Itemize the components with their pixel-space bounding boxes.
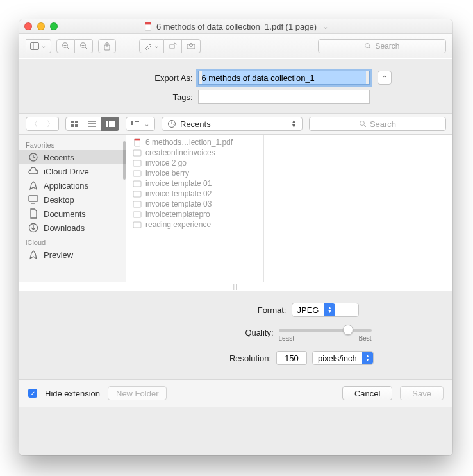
list-view-button[interactable] <box>83 117 101 131</box>
svg-rect-51 <box>133 201 141 207</box>
export-dialog-window: 6 methods of data collection_1.pdf (1 pa… <box>19 19 452 455</box>
back-button[interactable]: 〈 <box>26 117 42 131</box>
svg-rect-40 <box>29 196 38 201</box>
chevron-up-icon: ⌃ <box>382 74 387 81</box>
resolution-label: Resolution: <box>98 353 271 363</box>
clock-icon <box>167 119 176 128</box>
expand-browser-button[interactable]: ⌃ <box>378 71 392 85</box>
svg-rect-46 <box>133 150 141 156</box>
file-row[interactable]: invoice template 03 <box>126 199 263 209</box>
sidebar-item-icloud[interactable]: iCloud Drive <box>19 164 126 178</box>
save-button[interactable]: Save <box>400 386 444 400</box>
window-title-text: 6 methods of data collection_1.pdf (1 pa… <box>156 22 317 31</box>
pdf-icon <box>144 22 153 31</box>
svg-rect-25 <box>106 121 108 127</box>
svg-rect-53 <box>133 222 141 228</box>
sidebar-item-desktop[interactable]: Desktop <box>19 192 126 207</box>
pdf-icon <box>133 138 142 147</box>
file-label: 6 methods…lection_1.pdf <box>145 138 233 147</box>
cancel-button[interactable]: Cancel <box>342 386 392 400</box>
file-row[interactable]: invoice berry <box>126 168 263 178</box>
folder-icon <box>133 210 142 219</box>
resize-handle[interactable]: || <box>19 282 452 291</box>
slider-thumb[interactable] <box>343 325 353 335</box>
svg-line-34 <box>172 124 174 124</box>
svg-point-16 <box>365 43 370 47</box>
folder-icon <box>133 220 142 229</box>
svg-rect-29 <box>131 123 133 125</box>
icon-view-button[interactable] <box>65 117 83 131</box>
markup-button[interactable]: ⌄ <box>139 39 164 53</box>
svg-point-35 <box>360 121 364 126</box>
file-label: invoice template 01 <box>145 179 212 188</box>
svg-rect-2 <box>31 42 39 49</box>
svg-rect-26 <box>109 121 112 127</box>
resolution-input[interactable] <box>276 351 307 365</box>
location-popup[interactable]: Recents ▲▼ <box>162 117 303 131</box>
arrange-button[interactable]: ⌄ <box>126 117 155 131</box>
svg-line-39 <box>33 157 35 158</box>
file-label: reading experience <box>145 220 211 229</box>
chevron-down-icon: ⌄ <box>323 23 328 30</box>
sidebar-header-icloud: iCloud <box>19 235 126 248</box>
file-row[interactable]: reading experience <box>126 219 263 230</box>
file-row[interactable]: invoice 2 go <box>126 158 263 168</box>
sidebar-item-label: iCloud Drive <box>44 167 89 176</box>
location-text: Recents <box>180 119 211 129</box>
file-row[interactable]: invoice template 01 <box>126 178 263 189</box>
svg-rect-19 <box>75 121 78 123</box>
export-as-input[interactable] <box>198 71 370 85</box>
svg-rect-28 <box>131 121 133 123</box>
toolbar-search[interactable]: Search <box>318 39 446 53</box>
clock-icon <box>28 152 38 162</box>
file-row[interactable]: invoicetemplatepro <box>126 209 263 219</box>
rotate-button[interactable] <box>164 39 182 53</box>
sidebar-item-label: Preview <box>44 250 73 260</box>
toolbar-search-placeholder: Search <box>375 42 399 51</box>
browser-search[interactable]: Search <box>309 117 446 131</box>
format-select[interactable]: JPEG ▲▼ <box>292 303 359 317</box>
dialog-footer: ✓ Hide extension New Folder Cancel Save <box>19 379 452 407</box>
sidebar-item-documents[interactable]: Documents <box>19 207 126 221</box>
svg-rect-49 <box>133 181 141 187</box>
hide-extension-checkbox[interactable]: ✓ <box>28 389 37 398</box>
column-view-button[interactable] <box>101 117 119 131</box>
sidebar-item-label: Desktop <box>44 195 74 205</box>
forward-button[interactable]: 〉 <box>42 117 59 131</box>
export-sheet: Export As: ⌃ Tags: 〈 〉 ⌄ <box>19 58 452 455</box>
quality-slider[interactable]: Least Best <box>279 323 372 342</box>
sidebar-toggle-button[interactable]: ⌄ <box>26 39 51 53</box>
file-label: invoice template 02 <box>145 189 212 198</box>
sidebar-item-preview[interactable]: Preview <box>19 248 126 262</box>
resolution-unit-select[interactable]: pixels/inch ▲▼ <box>312 351 374 365</box>
sidebar-item-downloads[interactable]: Downloads <box>19 221 126 235</box>
quality-label: Quality: <box>101 328 274 337</box>
file-row[interactable]: invoice template 02 <box>126 189 263 199</box>
svg-rect-20 <box>71 124 74 127</box>
share-button[interactable] <box>98 39 116 53</box>
new-folder-button[interactable]: New Folder <box>108 386 167 400</box>
file-column[interactable]: 6 methods…lection_1.pdf createonlineinvo… <box>126 135 264 282</box>
apps-icon <box>28 180 38 191</box>
sidebar-item-recents[interactable]: Recents <box>19 150 126 164</box>
file-row[interactable]: 6 methods…lection_1.pdf <box>126 137 263 148</box>
zoom-out-button[interactable] <box>56 39 75 53</box>
svg-line-8 <box>85 47 88 50</box>
file-browser: Favorites Recents iCloud Drive Applicati… <box>19 135 452 282</box>
folder-icon <box>133 158 142 167</box>
file-label: invoice 2 go <box>145 158 187 167</box>
export-options: Format: JPEG ▲▼ Quality: Least Best <box>19 291 452 379</box>
main-toolbar: ⌄ ⌄ Search <box>19 34 452 58</box>
annotate-button[interactable] <box>182 39 201 53</box>
resolution-unit-value: pixels/inch <box>318 353 357 363</box>
file-row[interactable]: createonlineinvoices <box>126 148 263 158</box>
sidebar-header-favorites: Favorites <box>19 137 126 150</box>
zoom-in-button[interactable] <box>75 39 93 53</box>
tags-input[interactable] <box>198 90 370 104</box>
window-title[interactable]: 6 methods of data collection_1.pdf (1 pa… <box>19 22 452 31</box>
svg-rect-18 <box>71 121 74 123</box>
updown-icon: ▲▼ <box>362 352 373 364</box>
quality-best-label: Best <box>358 335 371 342</box>
format-value: JPEG <box>297 305 319 315</box>
sidebar-item-applications[interactable]: Applications <box>19 178 126 192</box>
